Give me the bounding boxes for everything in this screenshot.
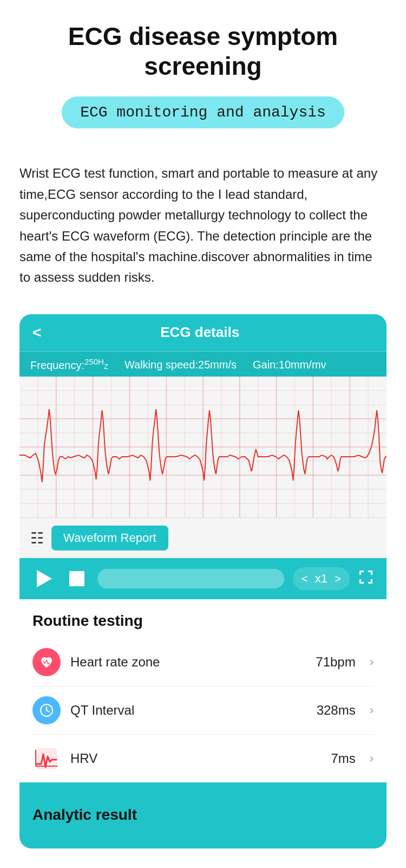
svg-rect-35 [371,579,372,584]
qt-interval-arrow: › [370,703,374,717]
fullscreen-button[interactable] [358,569,374,588]
qt-interval-icon [32,696,61,724]
svg-rect-33 [359,579,361,584]
heart-rate-label: Heart rate zone [70,655,306,670]
ecg-back-button[interactable]: < [32,324,41,341]
heart-rate-value: 71bpm [316,655,355,670]
ecg-header: < ECG details [19,314,387,352]
hrv-value: 7ms [331,751,355,766]
ecg-details-title: ECG details [50,324,350,341]
qt-interval-item[interactable]: QT Interval 328ms › [32,686,374,735]
heart-rate-icon [32,648,61,676]
gain-label: Gain:10mm/mv [253,359,326,371]
heart-icon-svg [39,655,54,670]
heart-rate-zone-item[interactable]: Heart rate zone 71bpm › [32,638,374,686]
page-container: ECG disease symptom screening ECG monito… [0,0,406,868]
play-icon [37,570,52,587]
routine-testing-title: Routine testing [32,599,374,638]
ecg-playback-controls: < x1 > [19,558,387,599]
walking-speed-label: Walking speed:25mm/s [125,359,237,371]
svg-rect-31 [371,571,372,575]
progress-bar[interactable] [97,569,284,588]
hrv-label: HRV [70,751,321,766]
svg-rect-29 [359,571,361,575]
main-title: ECG disease symptom screening [19,22,387,81]
speed-control: < x1 > [293,567,350,590]
heart-rate-arrow: › [370,655,374,669]
ecg-results-section: Routine testing Heart rate zone 71bpm › [19,599,387,782]
ecg-card: < ECG details Frequency:250HZ Walking sp… [19,314,387,849]
hrv-item[interactable]: HRV 7ms › [32,735,374,782]
speed-increase-button[interactable]: > [335,573,341,585]
ecg-waveform-svg [19,377,387,517]
ecg-waveform-area [19,377,387,517]
fullscreen-icon [358,569,374,585]
description-text: Wrist ECG test function, smart and porta… [19,163,387,288]
hrv-icon [32,744,61,773]
ecg-frequency-bar: Frequency:250HZ Walking speed:25mm/s Gai… [19,352,387,377]
clock-icon-svg [39,703,54,718]
qt-interval-label: QT Interval [70,703,307,718]
speed-value: x1 [313,572,329,586]
report-icon: ☷ [30,529,44,547]
subtitle-badge: ECG monitoring and analysis [62,96,344,128]
hrv-icon-svg [34,746,60,772]
ecg-report-bar: ☷ Waveform Report [19,517,387,558]
stop-button[interactable] [65,567,89,591]
qt-interval-value: 328ms [317,703,356,718]
speed-decrease-button[interactable]: < [302,573,308,585]
frequency-label: Frequency:250HZ [30,357,108,372]
analytic-result-section: Analytic result [19,782,387,848]
stop-icon [69,571,84,586]
analytic-result-title: Analytic result [32,793,374,832]
hrv-arrow: › [370,752,374,766]
play-button[interactable] [32,567,56,591]
waveform-report-button[interactable]: Waveform Report [51,526,168,550]
